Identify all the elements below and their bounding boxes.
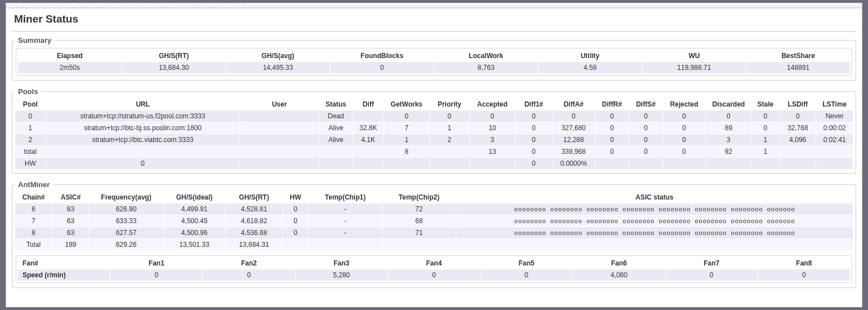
pools-cell <box>752 158 779 169</box>
pools-cell <box>240 146 319 157</box>
col-ghs-rt2: GH/S(RT) <box>226 192 282 203</box>
antminer-cell: 6 <box>15 203 52 215</box>
pools-cell: Dead <box>319 110 353 122</box>
pools-cell <box>240 158 319 169</box>
pools-cell: 13 <box>470 146 515 157</box>
fan3-val: 5,280 <box>296 269 388 281</box>
col-user: User <box>240 99 319 110</box>
fan-speed-row: Speed (r/min) 0 0 5,280 0 0 4,080 0 0 <box>18 269 850 281</box>
pools-cell: 8 <box>384 146 430 157</box>
col-utility: Utility <box>538 50 642 61</box>
pools-cell <box>353 146 384 157</box>
pools-cell: 7 <box>384 122 430 134</box>
pools-cell <box>663 158 705 169</box>
antminer-cell: - <box>309 215 382 227</box>
fan5-val: 0 <box>480 269 572 281</box>
pools-fieldset: Pools Pool URL User Status Diff GetWorks… <box>12 87 856 174</box>
pools-cell: 0 <box>515 134 551 145</box>
antminer-cell: 4,500.45 <box>163 215 225 227</box>
pools-cell: 0 <box>553 110 595 122</box>
antminer-cell: - <box>309 203 382 215</box>
tab-miner-config[interactable]: Miner Configuration <box>56 3 134 8</box>
pools-cell <box>780 158 816 169</box>
antminer-table: Chain# ASIC# Frequency(avg) GH/S(ideal) … <box>15 191 853 251</box>
col-ghs-avg: GH/S(avg) <box>226 50 330 61</box>
antminer-row: 863627.574,500.964,536.680-71oooooooo oo… <box>15 227 853 238</box>
pools-cell: Alive <box>319 134 353 145</box>
pools-cell: 0 <box>515 110 551 122</box>
asic-status-cell <box>456 239 853 250</box>
asic-status-cell: oooooooo oooooooo oooooooo oooooooo oooo… <box>456 203 853 215</box>
fan2-val: 0 <box>203 269 295 281</box>
val-ghs-avg: 14,495.33 <box>226 62 330 73</box>
pools-cell: 327,680 <box>553 122 595 134</box>
antminer-cell: 13,684.31 <box>226 239 282 250</box>
val-ghs-rt: 13,684.30 <box>122 62 226 73</box>
antminer-cell: 4,618.82 <box>226 215 282 227</box>
antminer-cell: 7 <box>15 215 52 227</box>
col-temp2: Temp(Chip2) <box>382 192 456 203</box>
col-accepted: Accepted <box>470 99 515 110</box>
fan-header-row: Fan# Fan1 Fan2 Fan3 Fan4 Fan5 Fan6 Fan7 … <box>18 258 850 269</box>
col-stale: Stale <box>752 99 779 110</box>
page-title: Miner Status <box>14 13 854 25</box>
pools-cell: 2 <box>15 134 46 145</box>
pools-row: 0stratum+tcp://stratum-us.f2pool.com:333… <box>15 110 853 122</box>
pools-cell: 0:02:41 <box>816 134 853 145</box>
pools-cell <box>319 146 353 157</box>
antminer-cell: 4,528.81 <box>226 203 282 215</box>
col-fan6: Fan6 <box>573 258 665 269</box>
pools-cell: 0 <box>752 122 779 134</box>
pools-cell <box>384 158 430 169</box>
tab-network[interactable]: Network <box>197 3 243 8</box>
val-local-work: 8,763 <box>434 62 538 73</box>
pools-cell: 0 <box>663 122 705 134</box>
pools-row: HW000.0000% <box>15 158 853 169</box>
pools-cell: 1 <box>384 134 430 145</box>
col-fan3: Fan3 <box>296 258 388 269</box>
col-local-work: LocalWork <box>434 50 538 61</box>
fan7-val: 0 <box>666 269 758 281</box>
antminer-cell: 629.26 <box>90 239 163 250</box>
antminer-cell: 13,501.33 <box>163 239 225 250</box>
pools-cell <box>240 122 319 134</box>
antminer-cell: 0 <box>283 227 308 238</box>
pools-cell: stratum+tcp://btc.viabtc.com:3333 <box>46 134 240 145</box>
antminer-cell: 4,500.96 <box>163 227 225 238</box>
col-lsdiff: LSDiff <box>780 99 816 110</box>
asic-status-cell: oooooooo oooooooo oooooooo oooooooo oooo… <box>456 215 853 227</box>
pools-cell: 10 <box>470 122 515 134</box>
antminer-cell: - <box>309 227 382 238</box>
col-getworks: GetWorks <box>384 99 430 110</box>
pools-cell: 1 <box>752 134 779 145</box>
col-asic-status: ASIC status <box>456 192 853 203</box>
col-diffr: DiffR# <box>595 99 629 110</box>
col-pool: Pool <box>15 99 46 110</box>
summary-fieldset: Summary Elapsed GH/S(RT) GH/S(avg) Found… <box>12 36 856 81</box>
pools-cell: 0 <box>595 134 629 145</box>
antminer-cell: 4,499.91 <box>163 203 225 215</box>
pools-cell: 92 <box>706 146 751 157</box>
summary-legend: Summary <box>15 36 55 45</box>
col-freq: Frequency(avg) <box>90 192 163 203</box>
pools-cell <box>353 110 384 122</box>
val-found-blocks: 0 <box>330 62 434 73</box>
col-diff: Diff <box>353 99 384 110</box>
antminer-cell: 68 <box>382 215 456 227</box>
val-utility: 4.59 <box>538 62 642 73</box>
pools-cell <box>629 158 662 169</box>
tab-system[interactable]: System <box>10 3 54 8</box>
pools-cell <box>470 158 515 169</box>
col-diffs: DiffS# <box>629 99 662 110</box>
tab-miner-status[interactable]: Miner Status <box>136 3 195 8</box>
antminer-cell <box>382 239 456 250</box>
col-fan5: Fan5 <box>480 258 572 269</box>
pools-cell: 0.0000% <box>553 158 595 169</box>
pools-cell: total <box>15 146 46 157</box>
antminer-cell <box>309 239 382 250</box>
col-asic: ASIC# <box>52 192 89 203</box>
pools-header-row: Pool URL User Status Diff GetWorks Prior… <box>15 99 853 110</box>
col-best-share: BestShare <box>746 50 850 61</box>
pools-cell: 0 <box>752 110 779 122</box>
pools-cell: 12,288 <box>553 134 595 145</box>
